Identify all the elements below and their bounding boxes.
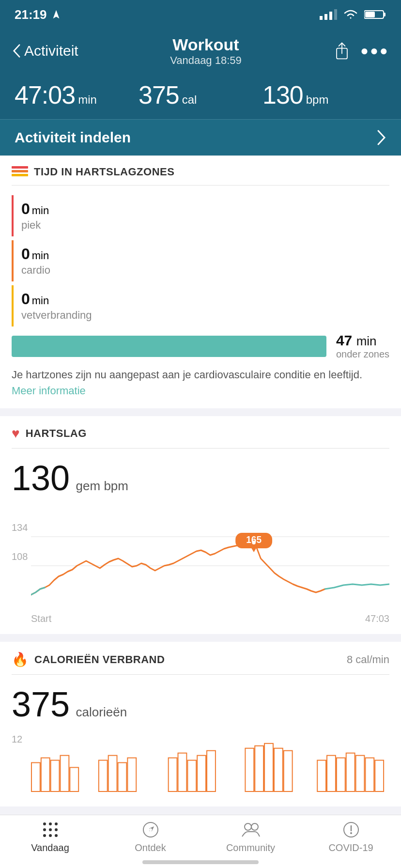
duration-value: 47:03	[15, 81, 75, 109]
zone-fat-value: 0	[21, 290, 30, 308]
zone-cardio: 0min cardio	[12, 240, 389, 281]
svg-rect-41	[365, 758, 374, 791]
discover-icon	[141, 820, 160, 839]
nav-title: Workout Vandaag 18:59	[170, 35, 242, 67]
status-time: 21:19	[15, 7, 47, 22]
calories-value: 375	[139, 81, 179, 109]
hr-avg-value: 130	[12, 459, 70, 497]
svg-point-54	[149, 828, 152, 831]
chart-y-high: 134	[12, 522, 28, 533]
under-zone-label: onder zones	[336, 349, 389, 360]
back-button[interactable]: Activiteit	[12, 43, 78, 59]
community-icon	[241, 820, 261, 839]
calories-unit: cal	[182, 93, 197, 106]
duration-unit: min	[78, 93, 97, 106]
svg-rect-32	[255, 746, 263, 791]
under-zone-row: 47 min onder zones	[12, 332, 389, 360]
svg-marker-53	[148, 825, 155, 833]
heart-rate-avg: 130 gem bpm	[12, 458, 389, 498]
zone-fat-label: vetverbranding	[21, 309, 92, 322]
chart-bottom-labels: Start 47:03	[12, 613, 389, 624]
under-zone-info: 47 min onder zones	[336, 332, 389, 360]
under-zone-value: 47 min	[336, 332, 389, 349]
svg-point-59	[350, 832, 352, 834]
heartrate-unit: bpm	[306, 93, 329, 106]
svg-rect-25	[127, 758, 136, 791]
heart-zones-header: TIJD IN HARTSLAGZONES	[12, 166, 389, 186]
svg-rect-27	[178, 753, 187, 791]
svg-rect-22	[99, 760, 108, 791]
heart-zones-section: TIJD IN HARTSLAGZONES 0min piek 0min car…	[0, 155, 401, 408]
svg-rect-36	[317, 760, 326, 791]
heart-zones-title: TIJD IN HARTSLAGZONES	[34, 166, 174, 178]
signal-icon	[320, 9, 337, 20]
calories-title: CALORIEËN VERBRAND	[34, 653, 165, 666]
tab-covid-label: COVID-19	[328, 842, 373, 853]
svg-point-49	[43, 834, 46, 837]
zone-peak-label: piek	[21, 219, 49, 232]
svg-rect-39	[346, 753, 355, 791]
calories-rate: 8 cal/min	[347, 653, 389, 666]
more-button[interactable]: ●●●	[360, 43, 389, 59]
heart-rate-header: ♥ HARTSLAG	[12, 426, 389, 449]
zone-fat-unit: min	[32, 294, 49, 307]
tab-community[interactable]: Community	[200, 815, 301, 858]
chart-start-label: Start	[31, 613, 51, 624]
calories-header: 🔥 CALORIEËN VERBRAND 8 cal/min	[12, 651, 389, 675]
svg-rect-0	[320, 16, 323, 20]
svg-rect-23	[108, 756, 117, 791]
hr-avg-unit: gem bpm	[76, 479, 128, 493]
tab-covid[interactable]: COVID-19	[301, 815, 401, 858]
more-info-link[interactable]: Meer informatie	[12, 385, 86, 397]
svg-rect-28	[187, 760, 196, 791]
svg-point-45	[55, 822, 58, 825]
svg-rect-6	[365, 12, 375, 17]
activity-banner-text: Activiteit indelen	[15, 129, 131, 146]
zone-cardio-value: 0	[21, 245, 30, 263]
status-bar: 21:19	[0, 0, 401, 29]
battery-icon	[364, 9, 386, 20]
chart-y-mid: 108	[12, 551, 28, 562]
calories-header-row: 🔥 CALORIEËN VERBRAND 8 cal/min	[12, 651, 389, 667]
zones-icon	[12, 166, 28, 178]
zone-cardio-unit: min	[32, 249, 49, 262]
svg-marker-15	[251, 548, 256, 552]
svg-rect-17	[31, 763, 40, 792]
activity-banner[interactable]: Activiteit indelen	[0, 119, 401, 155]
zone-cardio-label: cardio	[21, 264, 50, 277]
svg-rect-19	[51, 760, 60, 791]
flame-icon: 🔥	[12, 651, 29, 667]
svg-point-51	[55, 834, 58, 837]
workout-subtitle: Vandaag 18:59	[170, 54, 242, 67]
tab-discover[interactable]: Ontdek	[100, 815, 200, 858]
svg-point-50	[49, 834, 52, 837]
heartrate-value: 130	[262, 81, 303, 109]
info-text: Je hartzones zijn nu aangepast aan je ca…	[12, 367, 389, 399]
heart-rate-chart: 134 108 165	[12, 512, 389, 609]
svg-rect-1	[324, 14, 327, 20]
today-icon	[41, 820, 60, 839]
svg-rect-9	[12, 170, 28, 172]
stat-calories: 375cal	[139, 80, 262, 109]
svg-rect-21	[70, 767, 78, 791]
heart-rate-section: ♥ HARTSLAG 130 gem bpm 134 108 165	[0, 416, 401, 634]
tab-today[interactable]: Vandaag	[0, 815, 100, 858]
calories-total: 375 calorieën	[12, 684, 389, 724]
share-icon[interactable]	[333, 41, 351, 61]
svg-rect-40	[356, 756, 365, 791]
status-right	[320, 9, 386, 20]
calories-section: 🔥 CALORIEËN VERBRAND 8 cal/min 375 calor…	[0, 642, 401, 806]
svg-point-55	[245, 823, 251, 830]
svg-rect-34	[274, 748, 283, 791]
svg-point-16	[252, 541, 256, 544]
cal-total-unit: calorieën	[76, 705, 127, 719]
back-label: Activiteit	[24, 43, 78, 59]
heart-rate-chart-svg: 165	[31, 512, 389, 609]
calorie-chart-svg	[29, 734, 389, 796]
svg-rect-20	[60, 756, 69, 791]
svg-rect-42	[375, 760, 384, 791]
nav-actions: ●●●	[333, 41, 389, 61]
heart-rate-title: HARTSLAG	[26, 427, 87, 440]
svg-rect-24	[118, 763, 127, 792]
nav-bar: Activiteit Workout Vandaag 18:59 ●●●	[0, 29, 401, 73]
